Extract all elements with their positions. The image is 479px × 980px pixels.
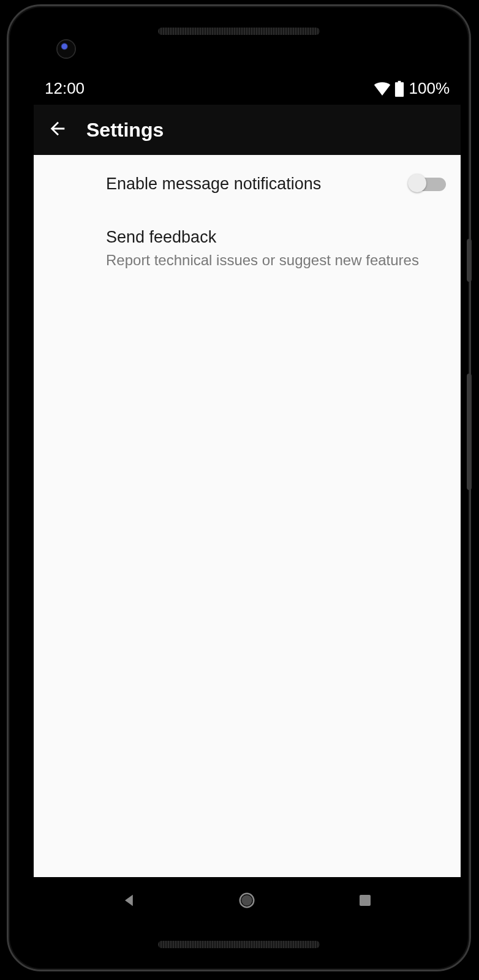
setting-title: Enable message notifications — [106, 173, 401, 195]
screen: 12:00 100% Settings — [34, 72, 461, 924]
wifi-icon — [374, 82, 391, 96]
speaker-grill-top — [158, 28, 320, 35]
enable-notifications-row[interactable]: Enable message notifications — [34, 157, 461, 211]
status-bar: 12:00 100% — [34, 72, 461, 105]
front-camera — [58, 40, 75, 58]
page-title: Settings — [86, 119, 164, 141]
status-icons: 100% — [374, 79, 450, 98]
nav-recent-button[interactable] — [353, 888, 377, 913]
app-bar: Settings — [34, 105, 461, 155]
switch-thumb — [408, 174, 426, 192]
speaker-grill-bottom — [158, 941, 320, 948]
battery-percent: 100% — [409, 79, 450, 98]
nav-back-icon — [121, 892, 138, 909]
nav-back-button[interactable] — [117, 888, 141, 913]
svg-rect-2 — [360, 895, 371, 906]
back-button[interactable] — [42, 115, 73, 145]
nav-home-button[interactable] — [235, 888, 259, 913]
status-time: 12:00 — [45, 79, 85, 98]
volume-button — [467, 374, 472, 490]
svg-point-1 — [242, 895, 253, 906]
nav-home-icon — [238, 891, 256, 910]
notifications-toggle[interactable] — [410, 176, 446, 193]
battery-icon — [394, 81, 404, 97]
send-feedback-row[interactable]: Send feedback Report technical issues or… — [34, 211, 461, 285]
nav-recent-icon — [358, 893, 372, 908]
phone-frame: 12:00 100% Settings — [7, 4, 471, 971]
setting-subtitle: Report technical issues or suggest new f… — [106, 251, 446, 270]
navigation-bar — [34, 877, 461, 924]
arrow-left-icon — [47, 118, 68, 141]
power-button — [467, 239, 472, 282]
setting-title: Send feedback — [106, 227, 446, 248]
settings-list: Enable message notifications Send feedba… — [34, 155, 461, 285]
